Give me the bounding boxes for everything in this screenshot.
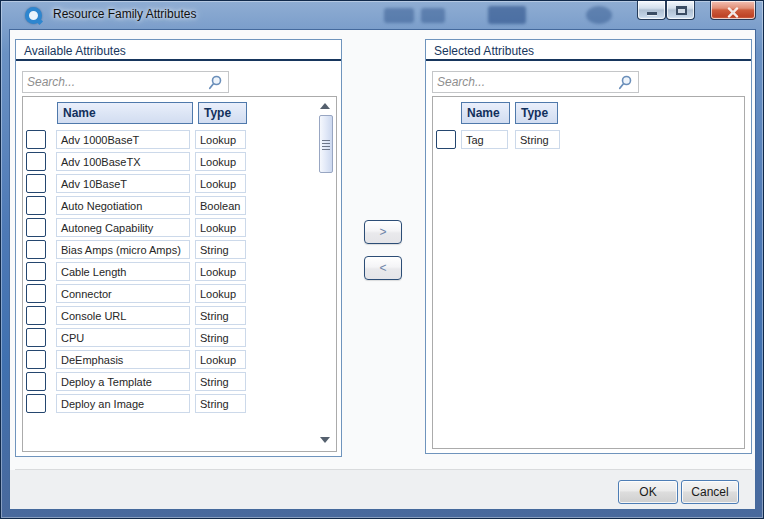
cancel-button[interactable]: Cancel — [681, 480, 739, 504]
cell-attribute-type: String — [515, 130, 560, 149]
cell-attribute-type: Lookup — [195, 218, 246, 237]
row-checkbox[interactable] — [26, 350, 46, 369]
table-row: Autoneg Capability Lookup — [23, 218, 336, 237]
cell-attribute-name[interactable]: Auto Negotiation — [56, 196, 190, 215]
table-row: Connector Lookup — [23, 284, 336, 303]
cell-attribute-name[interactable]: Deploy a Template — [56, 372, 190, 391]
cell-attribute-name[interactable]: Autoneg Capability — [56, 218, 190, 237]
column-header-name[interactable]: Name — [57, 102, 193, 124]
dialog-window: Resource Family Attributes Available Att… — [0, 0, 764, 519]
table-row: Adv 100BaseTX Lookup — [23, 152, 336, 171]
table-row: Bias Amps (micro Amps) String — [23, 240, 336, 259]
available-attributes-table: Name Type Adv 1000BaseT Lookup Adv 100Ba… — [22, 96, 337, 452]
cell-attribute-type: Lookup — [195, 284, 246, 303]
row-checkbox[interactable] — [26, 174, 46, 193]
footer-separator — [15, 469, 752, 470]
glass-reflection — [384, 8, 414, 23]
glass-reflection — [421, 8, 445, 23]
selected-search-input[interactable] — [437, 73, 612, 91]
row-checkbox[interactable] — [26, 240, 46, 259]
cell-attribute-name[interactable]: Adv 10BaseT — [56, 174, 190, 193]
available-search-box — [22, 71, 229, 93]
scrollbar-up-arrow[interactable] — [320, 103, 330, 109]
cell-attribute-type: Boolean — [195, 196, 246, 215]
row-checkbox[interactable] — [26, 218, 46, 237]
glass-reflection — [488, 6, 526, 24]
available-attributes-panel: Available Attributes Name Type Adv 1000B… — [15, 39, 342, 457]
column-header-type[interactable]: Type — [198, 102, 247, 124]
table-row: Cable Length Lookup — [23, 262, 336, 281]
row-checkbox[interactable] — [26, 152, 46, 171]
table-row: Auto Negotiation Boolean — [23, 196, 336, 215]
table-row: Deploy an Image String — [23, 394, 336, 413]
app-icon — [25, 7, 42, 24]
available-rows: Adv 1000BaseT Lookup Adv 100BaseTX Looku… — [23, 127, 336, 416]
table-row: Deploy a Template String — [23, 372, 336, 391]
minimize-button[interactable] — [637, 1, 666, 20]
scrollbar-thumb[interactable] — [319, 115, 333, 173]
maximize-button[interactable] — [666, 1, 695, 20]
selected-rows: Tag String — [433, 127, 744, 152]
ok-button[interactable]: OK — [618, 480, 678, 504]
selected-attributes-panel: Selected Attributes Name Type Tag String — [425, 39, 752, 454]
row-checkbox[interactable] — [26, 284, 46, 303]
row-checkbox[interactable] — [436, 130, 456, 149]
cell-attribute-type: String — [195, 394, 246, 413]
cell-attribute-type: String — [195, 306, 246, 325]
cell-attribute-type: Lookup — [195, 350, 246, 369]
row-checkbox[interactable] — [26, 372, 46, 391]
cell-attribute-name[interactable]: Adv 1000BaseT — [56, 130, 190, 149]
table-row: CPU String — [23, 328, 336, 347]
cell-attribute-name[interactable]: Deploy an Image — [56, 394, 190, 413]
row-checkbox[interactable] — [26, 130, 46, 149]
search-icon — [208, 75, 223, 90]
cell-attribute-name[interactable]: Bias Amps (micro Amps) — [56, 240, 190, 259]
titlebar[interactable]: Resource Family Attributes — [1, 1, 763, 30]
cell-attribute-type: String — [195, 372, 246, 391]
row-checkbox[interactable] — [26, 196, 46, 215]
maximize-icon — [676, 6, 687, 15]
cell-attribute-name[interactable]: Console URL — [56, 306, 190, 325]
cell-attribute-type: Lookup — [195, 174, 246, 193]
cell-attribute-name[interactable]: DeEmphasis — [56, 350, 190, 369]
table-row: Adv 1000BaseT Lookup — [23, 130, 336, 149]
selected-search-box — [432, 71, 639, 93]
scrollbar-down-arrow[interactable] — [320, 437, 330, 443]
cell-attribute-type: String — [195, 240, 246, 259]
column-header-name[interactable]: Name — [461, 102, 510, 124]
cell-attribute-name[interactable]: Cable Length — [56, 262, 190, 281]
table-row: Tag String — [433, 130, 744, 149]
table-row: DeEmphasis Lookup — [23, 350, 336, 369]
row-checkbox[interactable] — [26, 262, 46, 281]
glass-reflection — [586, 6, 612, 24]
cell-attribute-type: Lookup — [195, 262, 246, 281]
search-icon — [618, 75, 633, 90]
cell-attribute-name[interactable]: Adv 100BaseTX — [56, 152, 190, 171]
table-row: Adv 10BaseT Lookup — [23, 174, 336, 193]
table-row: Console URL String — [23, 306, 336, 325]
selected-panel-title: Selected Attributes — [426, 40, 751, 61]
minimize-icon — [647, 12, 657, 15]
cell-attribute-name[interactable]: Connector — [56, 284, 190, 303]
selected-attributes-table: Name Type Tag String — [432, 96, 745, 449]
remove-attribute-button[interactable]: < — [364, 256, 402, 280]
available-search-input[interactable] — [27, 73, 202, 91]
cell-attribute-type: String — [195, 328, 246, 347]
row-checkbox[interactable] — [26, 394, 46, 413]
add-attribute-button[interactable]: > — [364, 220, 402, 244]
available-panel-title: Available Attributes — [16, 40, 341, 61]
row-checkbox[interactable] — [26, 328, 46, 347]
cell-attribute-name[interactable]: Tag — [461, 130, 508, 149]
row-checkbox[interactable] — [26, 306, 46, 325]
cell-attribute-type: Lookup — [195, 152, 246, 171]
column-header-type[interactable]: Type — [515, 102, 558, 124]
close-icon — [727, 4, 739, 22]
close-button[interactable] — [710, 1, 756, 20]
cell-attribute-type: Lookup — [195, 130, 246, 149]
cell-attribute-name[interactable]: CPU — [56, 328, 190, 347]
window-title: Resource Family Attributes — [53, 7, 196, 21]
